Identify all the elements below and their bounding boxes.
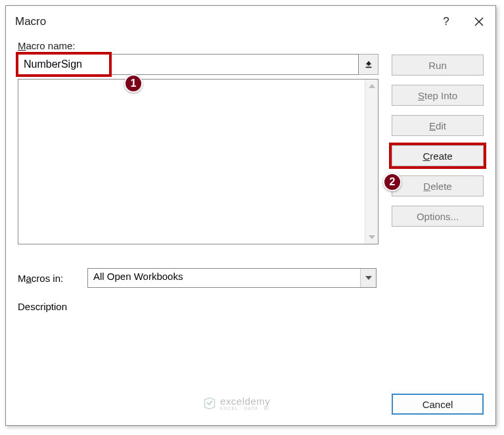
delete-button-label: Delete — [423, 181, 451, 192]
annotation-badge-1: 1 — [124, 74, 143, 93]
macro-dialog: Macro ? Macro name: — [5, 5, 496, 426]
scroll-up-icon[interactable] — [365, 80, 378, 93]
macro-listbox[interactable] — [18, 79, 378, 244]
macros-in-dropdown[interactable]: All Open Workbooks — [87, 268, 377, 288]
macro-name-row — [18, 54, 378, 75]
cancel-button-label: Cancel — [423, 399, 453, 410]
options-button[interactable]: Options... — [392, 206, 484, 227]
create-button-label: Create — [423, 150, 452, 162]
close-button[interactable] — [463, 10, 495, 34]
help-button[interactable]: ? — [430, 10, 463, 34]
scroll-down-icon[interactable] — [365, 231, 378, 244]
edit-button-label: Edit — [429, 120, 446, 131]
dialog-footer: Cancel — [392, 394, 484, 415]
edit-button[interactable]: Edit — [392, 115, 484, 136]
run-button-label: Run — [428, 60, 447, 71]
macros-in-label: Macros in: — [18, 273, 81, 284]
step-into-button[interactable]: Step Into — [392, 85, 484, 106]
goto-button[interactable] — [359, 54, 378, 75]
macro-name-input-extension[interactable] — [110, 54, 359, 75]
options-button-label: Options... — [417, 211, 459, 222]
close-icon — [474, 16, 484, 27]
macros-in-row: Macros in: All Open Workbooks — [18, 268, 378, 288]
cancel-button[interactable]: Cancel — [392, 394, 484, 415]
run-button[interactable]: Run — [392, 55, 484, 76]
dialog-content: Macro name: — [6, 37, 495, 319]
macro-name-label: Macro name: — [18, 40, 378, 51]
dialog-title: Macro — [15, 15, 46, 28]
action-buttons-column: Run Step Into Edit Create Delete Options… — [392, 40, 484, 312]
description-label: Description — [18, 301, 378, 312]
titlebar-controls: ? — [430, 10, 495, 34]
exceldemy-logo-icon — [203, 397, 216, 410]
question-icon: ? — [443, 15, 449, 28]
svg-rect-2 — [365, 67, 371, 68]
up-arrow-icon — [364, 60, 373, 69]
macros-in-value: All Open Workbooks — [88, 269, 360, 287]
watermark: exceldemy EXCEL · DATA · BI — [203, 396, 270, 411]
watermark-main: exceldemy — [220, 396, 270, 406]
watermark-sub: EXCEL · DATA · BI — [220, 406, 270, 411]
delete-button[interactable]: Delete — [392, 175, 484, 196]
step-into-button-label: Step Into — [418, 90, 457, 101]
scrollbar-vertical[interactable] — [365, 80, 378, 244]
annotation-badge-2: 2 — [383, 173, 401, 191]
titlebar: Macro ? — [6, 6, 495, 37]
chevron-down-icon — [360, 269, 376, 287]
macro-name-input[interactable] — [18, 54, 110, 75]
create-button[interactable]: Create — [392, 145, 484, 166]
